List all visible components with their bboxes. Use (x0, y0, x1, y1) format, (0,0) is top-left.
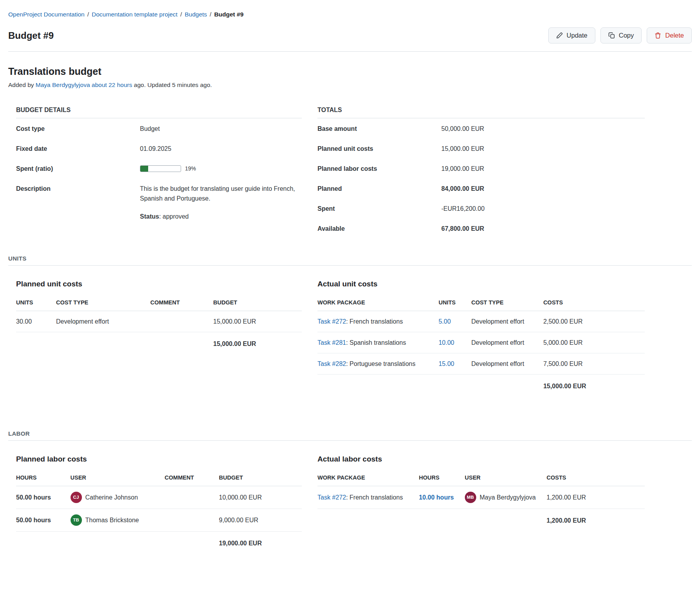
labor-grid: Planned labor costs HOURS USER COMMENT B… (8, 441, 692, 554)
budget-name: Translations budget (8, 66, 692, 77)
work-package-cell: Task #281: Spanish translations (317, 332, 439, 353)
delete-button-label: Delete (665, 31, 684, 40)
byline-suffix: ago. Updated 5 minutes ago. (132, 81, 212, 88)
comment-cell (151, 311, 213, 332)
actual-labor-costs-title: Actual labor costs (317, 455, 645, 463)
total-row: 1,200.00 EUR (317, 509, 645, 531)
table-row: Task #282: Portuguese translations 15.00… (317, 353, 645, 375)
table-row: 50.00 hours TBThomas Brickstone 9,000.00… (16, 509, 302, 532)
breadcrumb-link-documentation-template-project[interactable]: Documentation template project (92, 11, 178, 18)
work-package-subject: : French translations (346, 318, 403, 325)
cost-type-cell: Development effort (56, 311, 151, 332)
units-grid: Planned unit costs UNITS COST TYPE COMME… (8, 266, 692, 396)
column-header: USER (71, 470, 165, 486)
work-package-link[interactable]: Task #281 (317, 339, 346, 346)
pencil-icon (556, 32, 563, 39)
title-divider (8, 51, 692, 52)
actual-labor-costs-card: Actual labor costs WORK PACKAGE HOURS US… (310, 441, 645, 554)
work-package-link[interactable]: Task #282 (317, 360, 346, 367)
costs-cell: 5,000.00 EUR (543, 332, 645, 353)
column-header: USER (465, 470, 547, 486)
toolbar: Update Copy Delete (548, 27, 692, 43)
total-row: 19,000.00 EUR (16, 532, 302, 554)
progress-fill (140, 166, 148, 172)
work-package-cell: Task #272: French translations (317, 486, 419, 509)
column-header: BUDGET (219, 470, 302, 486)
units-link[interactable]: 15.00 (439, 360, 454, 367)
attr-label: Available (317, 224, 441, 234)
work-package-subject: : Portuguese translations (346, 360, 415, 367)
copy-button-label: Copy (619, 31, 634, 40)
title-row: Budget #9 Update Copy Delete (8, 27, 692, 43)
comment-cell (165, 509, 219, 532)
attr-row-description: Description This is the budget for trans… (16, 179, 302, 226)
actual-unit-costs-table: WORK PACKAGE UNITS COST TYPE COSTS Task … (317, 295, 645, 396)
budget-cell: 15,000.00 EUR (213, 311, 302, 332)
status-line: Status: approved (140, 212, 297, 221)
breadcrumb-link-openproject-documentation[interactable]: OpenProject Documentation (8, 11, 85, 18)
units-cell: 10.00 (439, 332, 472, 353)
column-header: COSTS (546, 470, 645, 486)
column-header: UNITS (439, 295, 472, 311)
copy-button[interactable]: Copy (600, 27, 642, 43)
trash-icon (655, 32, 661, 39)
page-title: Budget #9 (8, 30, 54, 41)
breadcrumb-separator: / (180, 11, 182, 18)
attr-value: 15,000.00 EUR (441, 144, 484, 154)
cost-type-cell: Development effort (471, 353, 543, 375)
breadcrumb-separator: / (87, 11, 89, 18)
attr-label: Base amount (317, 124, 441, 134)
units-cell: 15.00 (439, 353, 472, 375)
update-button[interactable]: Update (548, 27, 595, 43)
attr-row-spent-ratio: Spent (ratio) 19% (16, 159, 302, 179)
work-package-link[interactable]: Task #272 (317, 494, 346, 501)
delete-button[interactable]: Delete (647, 27, 692, 43)
progress-percent-label: 19% (185, 164, 196, 174)
hours-link[interactable]: 10.00 hours (419, 494, 454, 501)
budget-cell: 10,000.00 EUR (219, 486, 302, 509)
spent-ratio-progress: 19% (140, 164, 196, 174)
column-header: BUDGET (213, 295, 302, 311)
details-totals-grid: BUDGET DETAILS Cost type Budget Fixed da… (8, 107, 692, 239)
budget-cell: 9,000.00 EUR (219, 509, 302, 532)
status-value: : approved (159, 213, 189, 220)
attr-value: -EUR16,200.00 (441, 204, 484, 214)
attr-value: 01.09.2025 (140, 144, 171, 154)
hours-cell: 50.00 hours (16, 509, 71, 532)
work-package-cell: Task #282: Portuguese translations (317, 353, 439, 375)
table-row: Task #272: French translations 5.00 Deve… (317, 311, 645, 332)
user-cell: TBThomas Brickstone (71, 509, 165, 532)
attr-label: Planned unit costs (317, 144, 441, 154)
units-link[interactable]: 5.00 (439, 318, 451, 325)
byline: Added by Maya Berdygylyjova about 22 hou… (8, 81, 692, 89)
units-cell: 30.00 (16, 311, 56, 332)
update-button-label: Update (567, 31, 588, 40)
costs-cell: 1,200.00 EUR (546, 486, 645, 509)
attr-label: Planned labor costs (317, 164, 441, 174)
attr-value: Budget (140, 124, 160, 134)
attr-label: Planned (317, 184, 441, 194)
column-header: WORK PACKAGE (317, 470, 419, 486)
totals-row-planned: Planned 84,000.00 EUR (317, 179, 645, 199)
work-package-link[interactable]: Task #272 (317, 318, 346, 325)
planned-unit-costs-card: Planned unit costs UNITS COST TYPE COMME… (8, 266, 302, 396)
column-header: COST TYPE (471, 295, 543, 311)
byline-prefix: Added by (8, 81, 36, 88)
budget-details-heading: BUDGET DETAILS (16, 107, 302, 118)
attr-value: 19,000.00 EUR (441, 164, 484, 174)
table-total: 1,200.00 EUR (546, 509, 645, 531)
column-header: HOURS (419, 470, 465, 486)
units-link[interactable]: 10.00 (439, 339, 454, 346)
breadcrumb-separator: / (210, 11, 211, 18)
planned-labor-costs-card: Planned labor costs HOURS USER COMMENT B… (8, 441, 302, 554)
attr-label: Cost type (16, 124, 140, 134)
total-row: 15,000.00 EUR (16, 332, 302, 355)
hours-cell: 10.00 hours (419, 486, 465, 509)
work-package-subject: : French translations (346, 494, 403, 501)
table-total: 15,000.00 EUR (543, 375, 645, 397)
breadcrumb: OpenProject Documentation/Documentation … (8, 11, 692, 18)
totals-heading: TOTALS (317, 107, 645, 118)
planned-labor-costs-table: HOURS USER COMMENT BUDGET 50.00 hours CJ… (16, 470, 302, 554)
author-activity-link[interactable]: Maya Berdygylyjova about 22 hours (36, 81, 132, 88)
breadcrumb-link-budgets[interactable]: Budgets (185, 11, 207, 18)
